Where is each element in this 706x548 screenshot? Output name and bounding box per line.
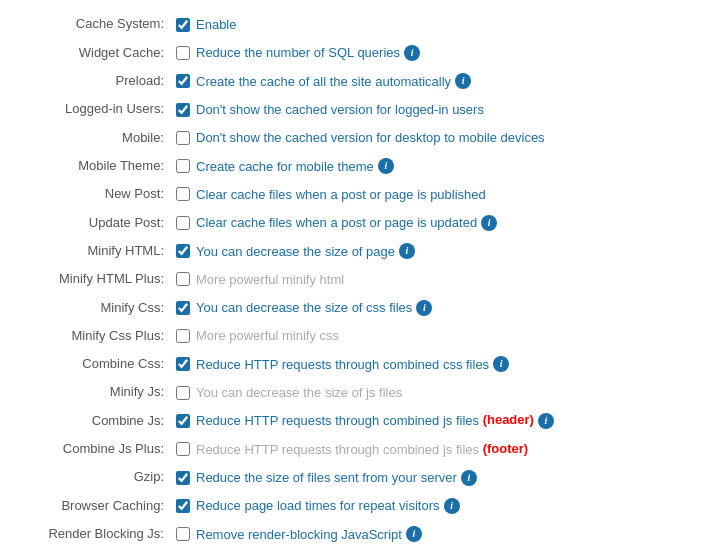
row-label-5: Mobile Theme: [20, 152, 170, 180]
checkbox-18[interactable] [176, 527, 190, 541]
row-label-0: Cache System: [20, 10, 170, 38]
checkbox-11[interactable] [176, 329, 190, 343]
checkbox-8[interactable] [176, 244, 190, 258]
row-control-3: Don't show the cached version for logged… [170, 95, 686, 123]
table-row: Minify Js:You can decrease the size of j… [20, 378, 686, 406]
info-icon-5[interactable]: i [378, 158, 394, 174]
row-text-13: You can decrease the size of js files [196, 385, 402, 400]
row-text-0: Enable [196, 17, 236, 32]
settings-table: Cache System:EnableWidget Cache:Reduce t… [20, 10, 686, 548]
row-control-0: Enable [170, 10, 686, 38]
table-row: Mobile Theme:Create cache for mobile the… [20, 152, 686, 180]
row-control-10: You can decrease the size of css filesi [170, 293, 686, 321]
row-text-2: Create the cache of all the site automat… [196, 73, 451, 88]
row-control-14: Reduce HTTP requests through combined js… [170, 406, 686, 434]
row-label-15: Combine Js Plus: [20, 435, 170, 463]
row-text-7: Clear cache files when a post or page is… [196, 215, 477, 230]
row-label-16: Gzip: [20, 463, 170, 491]
row-control-4: Don't show the cached version for deskto… [170, 123, 686, 151]
info-icon-14[interactable]: i [538, 413, 554, 429]
table-row: Logged-in Users:Don't show the cached ve… [20, 95, 686, 123]
checkbox-0[interactable] [176, 18, 190, 32]
info-icon-18[interactable]: i [406, 526, 422, 542]
checkbox-12[interactable] [176, 357, 190, 371]
row-text-14: Reduce HTTP requests through combined js… [196, 413, 479, 428]
row-label-7: Update Post: [20, 208, 170, 236]
row-text-18: Remove render-blocking JavaScript [196, 526, 402, 541]
checkbox-4[interactable] [176, 131, 190, 145]
checkbox-3[interactable] [176, 103, 190, 117]
info-icon-8[interactable]: i [399, 243, 415, 259]
table-row: Widget Cache:Reduce the number of SQL qu… [20, 38, 686, 66]
checkbox-13[interactable] [176, 386, 190, 400]
checkbox-6[interactable] [176, 187, 190, 201]
info-icon-16[interactable]: i [461, 470, 477, 486]
row-text-17: Reduce page load times for repeat visito… [196, 498, 440, 513]
row-control-6: Clear cache files when a post or page is… [170, 180, 686, 208]
checkbox-17[interactable] [176, 499, 190, 513]
row-label-6: New Post: [20, 180, 170, 208]
row-text-4: Don't show the cached version for deskto… [196, 130, 545, 145]
table-row: Gzip:Reduce the size of files sent from … [20, 463, 686, 491]
row-control-15: Reduce HTTP requests through combined js… [170, 435, 686, 463]
row-control-13: You can decrease the size of js files [170, 378, 686, 406]
table-row: Minify HTML:You can decrease the size of… [20, 237, 686, 265]
row-text-11: More powerful minify css [196, 328, 339, 343]
checkbox-5[interactable] [176, 159, 190, 173]
row-label-18: Render Blocking Js: [20, 520, 170, 548]
row-control-16: Reduce the size of files sent from your … [170, 463, 686, 491]
row-label-14: Combine Js: [20, 406, 170, 434]
row-text-1: Reduce the number of SQL queries [196, 45, 400, 60]
row-label-13: Minify Js: [20, 378, 170, 406]
checkbox-7[interactable] [176, 216, 190, 230]
row-label-3: Logged-in Users: [20, 95, 170, 123]
row-label-12: Combine Css: [20, 350, 170, 378]
row-label-10: Minify Css: [20, 293, 170, 321]
row-control-9: More powerful minify html [170, 265, 686, 293]
row-control-18: Remove render-blocking JavaScripti [170, 520, 686, 548]
checkbox-15[interactable] [176, 442, 190, 456]
info-icon-12[interactable]: i [493, 356, 509, 372]
checkbox-1[interactable] [176, 46, 190, 60]
info-icon-10[interactable]: i [416, 300, 432, 316]
row-text-10: You can decrease the size of css files [196, 300, 412, 315]
row-label-2: Preload: [20, 67, 170, 95]
row-text-9: More powerful minify html [196, 272, 344, 287]
table-row: Minify Css Plus:More powerful minify css [20, 321, 686, 349]
checkbox-2[interactable] [176, 74, 190, 88]
checkbox-9[interactable] [176, 272, 190, 286]
table-row: Combine Js:Reduce HTTP requests through … [20, 406, 686, 434]
table-row: Browser Caching:Reduce page load times f… [20, 491, 686, 519]
row-label-1: Widget Cache: [20, 38, 170, 66]
row-label-17: Browser Caching: [20, 491, 170, 519]
table-row: Update Post:Clear cache files when a pos… [20, 208, 686, 236]
row-label-4: Mobile: [20, 123, 170, 151]
checkbox-10[interactable] [176, 301, 190, 315]
table-row: Combine Js Plus:Reduce HTTP requests thr… [20, 435, 686, 463]
info-icon-1[interactable]: i [404, 45, 420, 61]
info-icon-17[interactable]: i [444, 498, 460, 514]
row-label-11: Minify Css Plus: [20, 321, 170, 349]
table-row: Minify HTML Plus:More powerful minify ht… [20, 265, 686, 293]
row-text-5: Create cache for mobile theme [196, 158, 374, 173]
row-text-15: Reduce HTTP requests through combined js… [196, 442, 479, 457]
row-control-11: More powerful minify css [170, 321, 686, 349]
row-control-5: Create cache for mobile themei [170, 152, 686, 180]
row-label-9: Minify HTML Plus: [20, 265, 170, 293]
row-control-2: Create the cache of all the site automat… [170, 67, 686, 95]
checkbox-16[interactable] [176, 471, 190, 485]
checkbox-14[interactable] [176, 414, 190, 428]
row-text-12: Reduce HTTP requests through combined cs… [196, 357, 489, 372]
info-icon-2[interactable]: i [455, 73, 471, 89]
row-control-12: Reduce HTTP requests through combined cs… [170, 350, 686, 378]
row-control-8: You can decrease the size of pagei [170, 237, 686, 265]
row-label-8: Minify HTML: [20, 237, 170, 265]
table-row: Preload:Create the cache of all the site… [20, 67, 686, 95]
row-control-1: Reduce the number of SQL queriesi [170, 38, 686, 66]
footer-tag-15: (footer) [479, 441, 528, 456]
header-tag-14: (header) [479, 412, 534, 427]
row-text-6: Clear cache files when a post or page is… [196, 187, 486, 202]
row-text-16: Reduce the size of files sent from your … [196, 470, 457, 485]
table-row: Cache System:Enable [20, 10, 686, 38]
info-icon-7[interactable]: i [481, 215, 497, 231]
